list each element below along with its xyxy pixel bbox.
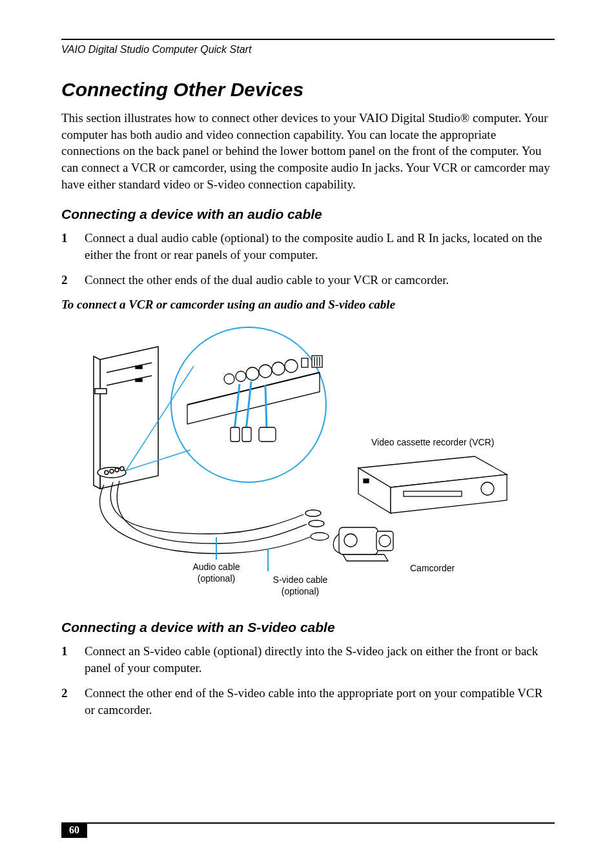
svg-point-15 [272, 362, 285, 375]
svg-line-28 [265, 385, 267, 431]
svideo-step-1: 1 Connect an S-video cable (optional) di… [61, 643, 555, 676]
figure-label-line: (optional) [198, 573, 235, 584]
page-number: 60 [61, 822, 87, 838]
figure-label-line: Audio cable [192, 562, 240, 572]
svideo-step-2: 2 Connect the other end of the S-video c… [61, 685, 555, 718]
svg-point-11 [224, 374, 234, 384]
figure-label-camcorder: Camcorder [410, 563, 455, 575]
connection-diagram: Video cassette recorder (VCR) Camcorder … [61, 321, 555, 608]
svg-point-36 [481, 482, 494, 495]
figure-label-vcr: Video cassette recorder (VCR) [371, 437, 494, 449]
svg-point-32 [311, 533, 329, 540]
page-title: Connecting Other Devices [61, 79, 555, 101]
svg-rect-29 [259, 427, 276, 442]
svg-rect-2 [136, 366, 142, 369]
bottom-rule [61, 822, 555, 824]
step-text: Connect the other ends of the dual audio… [85, 272, 555, 289]
computer-tower-icon [94, 347, 158, 489]
svg-point-12 [236, 371, 246, 382]
svg-rect-17 [302, 358, 308, 367]
figure-label-svideo-cable: S-video cable (optional) [262, 575, 339, 597]
page: VAIO Digital Studio Computer Quick Start… [0, 0, 616, 865]
step-number: 2 [61, 272, 85, 289]
audio-step-2: 2 Connect the other ends of the dual aud… [61, 272, 555, 289]
svg-point-6 [105, 471, 108, 474]
svg-rect-35 [404, 491, 462, 496]
step-number: 2 [61, 685, 85, 718]
running-head: VAIO Digital Studio Computer Quick Start [61, 44, 555, 56]
svg-rect-37 [364, 479, 369, 483]
cables-icon [99, 481, 329, 553]
footer: 60 [61, 822, 555, 839]
svg-point-31 [309, 520, 324, 527]
section-audio-heading: Connecting a device with an audio cable [61, 207, 555, 222]
figure-title: To connect a VCR or camcorder using an a… [61, 298, 555, 312]
audio-step-1: 1 Connect a dual audio cable (optional) … [61, 230, 555, 263]
svg-rect-3 [136, 379, 142, 382]
vcr-icon [358, 456, 507, 513]
svg-point-14 [259, 365, 272, 378]
step-number: 1 [61, 230, 85, 263]
svg-point-13 [246, 367, 259, 380]
figure-label-audio-cable: Audio cable (optional) [178, 562, 255, 584]
svg-point-39 [344, 534, 357, 547]
svg-point-30 [305, 510, 321, 516]
step-text: Connect the other end of the S-video cab… [85, 685, 555, 718]
diagram-svg [61, 321, 552, 598]
svg-rect-26 [231, 427, 240, 442]
svg-rect-27 [242, 427, 251, 442]
step-number: 1 [61, 643, 85, 676]
svg-point-16 [285, 360, 298, 372]
svg-rect-4 [95, 389, 107, 394]
svg-point-41 [379, 535, 391, 547]
camcorder-icon [333, 527, 393, 561]
svg-point-8 [115, 468, 119, 472]
intro-paragraph: This section illustrates how to connect … [61, 110, 555, 192]
step-text: Connect a dual audio cable (optional) to… [85, 230, 555, 263]
svg-point-9 [120, 467, 124, 471]
top-rule [61, 39, 555, 40]
section-svideo-heading: Connecting a device with an S-video cabl… [61, 620, 555, 635]
figure-label-line: (optional) [282, 586, 319, 596]
step-text: Connect an S-video cable (optional) dire… [85, 643, 555, 676]
figure-label-line: S-video cable [273, 575, 328, 585]
svg-point-7 [110, 469, 114, 473]
